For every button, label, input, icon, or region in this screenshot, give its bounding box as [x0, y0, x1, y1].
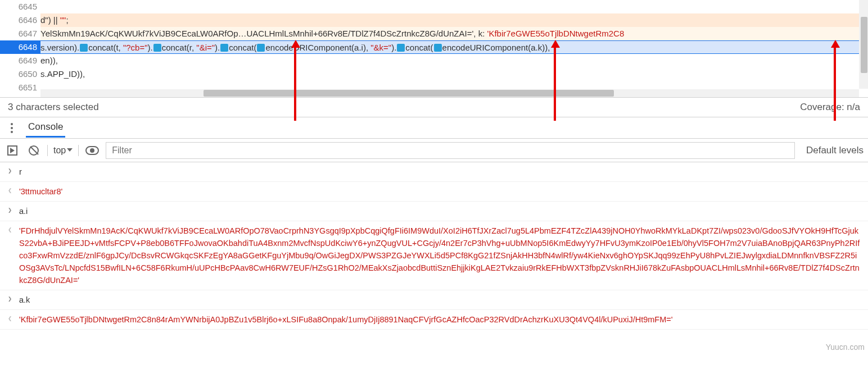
line-number: 6650: [0, 67, 40, 81]
console-row: '3ttmucltar8': [0, 182, 868, 202]
continue-to-here-icon[interactable]: [80, 44, 88, 52]
line-number: 6648: [0, 40, 40, 54]
continue-to-here-icon[interactable]: [220, 44, 228, 52]
code-token: YelSkmMn19AcK/CqKWUkf7kViJB9CEcaLW0ARfOp…: [40, 29, 473, 38]
v-scroll-thumb[interactable]: [861, 17, 867, 73]
code-token: ).: [147, 43, 152, 52]
code-line: 6646 d") || "";: [0, 13, 868, 27]
kebab-menu-icon[interactable]: [6, 122, 18, 134]
input-chevron-icon: [8, 294, 19, 303]
live-expression-button[interactable]: [84, 143, 100, 158]
console-row: r: [0, 162, 868, 182]
code-token: concat: [88, 43, 113, 52]
source-pane: 6645 6646 d") || ""; 6647 YelSkmMn19AcK/…: [0, 0, 868, 97]
watermark: Yuucn.com: [826, 343, 865, 352]
code-token: "": [60, 15, 66, 25]
code-token: (: [431, 43, 433, 52]
code-line: 6647 YelSkmMn19AcK/CqKWUkf7kViJB9CEcaLW0…: [0, 27, 868, 40]
code-token: concat: [229, 43, 254, 52]
coverage-status: Coverage: n/a: [800, 102, 860, 113]
console-value[interactable]: 'FDrHhdjulVYelSkmMn19AcK/CqKWUkf7kViJB9C…: [19, 225, 862, 286]
console-row: a.i: [0, 202, 868, 221]
h-scroll-thumb[interactable]: [204, 90, 614, 97]
code-line: 6645: [0, 0, 868, 13]
console-row: 'Kfbir7eGWE55oTjlbDNtwgetRm2C8n84rAmYWNr…: [0, 310, 868, 330]
code-token: concat: [162, 43, 187, 52]
continue-to-here-icon[interactable]: [434, 44, 442, 52]
line-number: 6651: [0, 81, 40, 94]
output-chevron-icon: [8, 185, 19, 194]
clear-icon: [29, 145, 39, 156]
code-line-selected[interactable]: 6648 s.version).concat(t, "?cb=").concat…: [0, 40, 868, 54]
separator: [78, 145, 79, 156]
code-token: encodeURIComponent: [442, 43, 528, 52]
code-token: (a.i),: [351, 43, 370, 52]
chevron-down-icon: [67, 148, 73, 154]
separator: [47, 145, 48, 156]
console-value[interactable]: a.k: [19, 294, 862, 306]
input-chevron-icon: [8, 205, 19, 214]
context-label: top: [53, 145, 66, 156]
h-scrollbar[interactable]: [40, 89, 859, 97]
code-token: (t,: [113, 43, 123, 52]
continue-to-here-icon[interactable]: [257, 44, 265, 52]
code-line: 6649 en)),: [0, 54, 868, 67]
code-token: (a.k)),: [528, 43, 550, 52]
code-token: s.version).: [40, 43, 79, 52]
continue-to-here-icon[interactable]: [153, 44, 161, 52]
line-number: 6645: [0, 0, 40, 13]
status-bar: 3 characters selected Coverage: n/a: [0, 97, 868, 117]
code-token: ).: [391, 43, 396, 52]
continue-to-here-icon[interactable]: [397, 44, 405, 52]
code-token: encodeURIComponent: [265, 43, 351, 52]
execute-button[interactable]: [4, 143, 20, 158]
code-token: ;: [66, 15, 68, 25]
output-chevron-icon: [8, 313, 19, 322]
selection-status: 3 characters selected: [8, 102, 99, 113]
drawer-tabs: Console: [0, 117, 868, 139]
v-scrollbar[interactable]: [859, 0, 868, 89]
code-lines[interactable]: 6645 6646 d") || ""; 6647 YelSkmMn19AcK/…: [0, 0, 868, 97]
line-number: 6647: [0, 27, 40, 40]
tab-console[interactable]: Console: [26, 118, 65, 138]
console-value[interactable]: 'Kfbir7eGWE55oTjlbDNtwgetRm2C8n84rAmYWNr…: [19, 313, 862, 326]
code-token: "?cb=": [123, 43, 148, 52]
code-token: 'Kfbir7eGWE55oTjlbDNtwgetRm2C8: [487, 29, 625, 38]
console-value[interactable]: '3ttmucltar8': [19, 185, 862, 198]
code-token: en)),: [40, 56, 58, 65]
filter-input[interactable]: [106, 142, 795, 159]
context-selector[interactable]: top: [53, 145, 73, 156]
code-token: , k:: [473, 29, 487, 38]
eye-icon: [85, 146, 99, 155]
console-value[interactable]: r: [19, 166, 862, 178]
console-row: a.k: [0, 290, 868, 310]
code-token: "&k=": [370, 43, 391, 52]
log-levels[interactable]: Default levels: [801, 145, 864, 156]
code-token: d") ||: [40, 15, 60, 25]
code-token: (: [254, 43, 256, 52]
console-output[interactable]: r'3ttmucltar8'a.i'FDrHhdjulVYelSkmMn19Ac…: [0, 162, 868, 330]
console-value[interactable]: a.i: [19, 205, 862, 217]
output-chevron-icon: [8, 225, 19, 234]
console-toolbar: top Default levels: [0, 139, 868, 162]
line-number: 6649: [0, 54, 40, 67]
code-token: s.APP_ID)),: [40, 69, 85, 79]
play-frame-icon: [7, 145, 17, 156]
code-token: ).: [215, 43, 220, 52]
code-token: "&i=": [196, 43, 215, 52]
code-line: 6650 s.APP_ID)),: [0, 67, 868, 81]
console-row: 'FDrHhdjulVYelSkmMn19AcK/CqKWUkf7kViJB9C…: [0, 221, 868, 290]
code-token: concat: [405, 43, 430, 52]
code-token: (r,: [187, 43, 197, 52]
input-chevron-icon: [8, 166, 19, 175]
line-number: 6646: [0, 13, 40, 27]
clear-console-button[interactable]: [26, 143, 42, 158]
